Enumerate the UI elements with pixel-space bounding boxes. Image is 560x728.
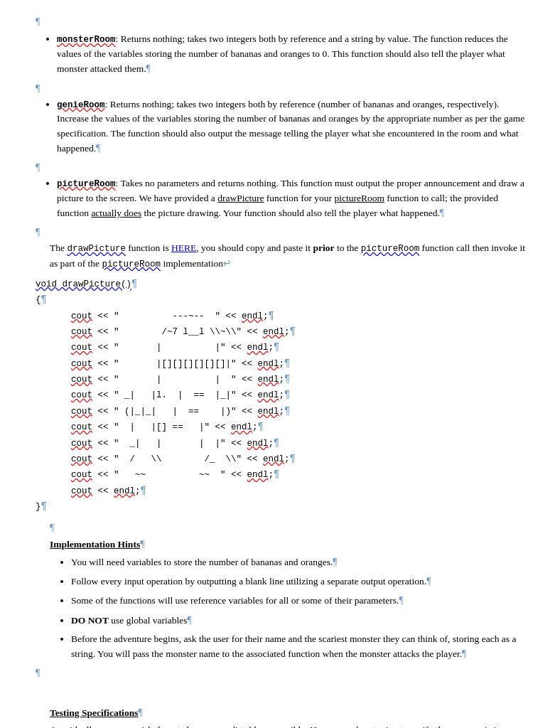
impl-hint-4: DO NOT use global variables¶ xyxy=(71,613,532,628)
pilcrow-2: ¶ xyxy=(36,81,532,96)
actually-does-text: actually does xyxy=(91,208,141,218)
impl-hint-2: Follow every input operation by outputti… xyxy=(71,574,532,589)
list-item-picture-room: pictureRoom: Takes no parameters and ret… xyxy=(57,176,532,220)
section-pilcrow-top: ¶ xyxy=(36,14,532,29)
code-line-6: cout << " _| |l. | == |_|" << endl;¶ xyxy=(36,387,532,402)
list-item-monster-room: monsterRoom: Returns nothing; takes two … xyxy=(57,32,532,76)
pilcrow-8: ¶ xyxy=(36,665,532,680)
do-not-text: DO NOT xyxy=(71,615,109,626)
pilcrow-mark-picture: ¶ xyxy=(440,208,444,218)
code-line-4: cout << " |[][][][][][]|" << endl;¶ xyxy=(36,355,532,371)
draw-picture-desc-para: The drawPicture function is HERE, you sh… xyxy=(50,241,532,272)
testing-specs-title: Testing Specifications xyxy=(50,707,138,718)
impl-hints-title: Implementation Hints xyxy=(50,539,140,550)
pilcrow-6: ¶ xyxy=(50,520,532,535)
code-line-9: cout << " _| | | |" << endl;¶ xyxy=(36,435,532,451)
document-body: ¶ monsterRoom: Returns nothing; takes tw… xyxy=(36,14,532,728)
picture-room-inline-2: pictureRoom xyxy=(102,259,161,269)
code-line-11: cout << " ~~ ~~ " << endl;¶ xyxy=(36,466,532,482)
pilcrow-7: ¶ xyxy=(140,539,144,550)
testing-title-para: Testing Specifications¶ xyxy=(50,705,532,720)
spacer-div xyxy=(36,687,532,702)
genie-room-text: : Returns nothing; takes two integers bo… xyxy=(57,99,524,154)
impl-hints-list: You will need variables to store the num… xyxy=(71,555,532,662)
pilcrow-4: ¶ xyxy=(36,225,532,240)
picture-room-text2: function for your xyxy=(264,193,334,203)
code-line-3: cout << " | |" << endl;¶ xyxy=(36,339,532,355)
code-block-draw-picture: void drawPicture()¶ {¶ cout << " ---~-- … xyxy=(36,276,532,515)
prior-text: prior xyxy=(313,242,335,253)
section-picture-room: pictureRoom: Takes no parameters and ret… xyxy=(36,176,532,220)
code-brace-open: {¶ xyxy=(36,291,532,307)
code-line-10: cout << " / \\ /_ \\" << endl;¶ xyxy=(36,451,532,466)
monster-room-text: : Returns nothing; takes two integers bo… xyxy=(57,33,508,74)
pilcrow-mark-1: ¶ xyxy=(36,16,40,27)
monster-room-label: monsterRoom xyxy=(57,35,116,45)
pilcrow-mark-genie: ¶ xyxy=(96,143,100,154)
section-impl-hints: ¶ Implementation Hints¶ You will need va… xyxy=(50,520,532,662)
code-line-7: cout << " (|_|_| | == |)" << endl;¶ xyxy=(36,403,532,419)
genie-room-label: genieRoom xyxy=(57,100,105,110)
code-brace-close: }¶ xyxy=(36,498,532,514)
code-signature: void drawPicture()¶ xyxy=(36,276,532,291)
code-line-12: cout << endl;¶ xyxy=(36,483,532,498)
picture-room-inline-1: pictureRoom xyxy=(361,244,420,254)
section-monster-room: monsterRoom: Returns nothing; takes two … xyxy=(36,32,532,76)
impl-hint-1: You will need variables to store the num… xyxy=(71,555,532,569)
code-line-5: cout << " | | " << endl;¶ xyxy=(36,371,532,387)
code-line-8: cout << " | |[] == |" << endl;¶ xyxy=(36,419,532,434)
pilcrow-testing: ¶ xyxy=(138,707,142,718)
here-link[interactable]: HERE xyxy=(171,242,196,253)
pilcrow-mark-monster: ¶ xyxy=(146,63,151,74)
section-draw-picture-desc: The drawPicture function is HERE, you sh… xyxy=(50,241,532,272)
impl-hints-title-para: Implementation Hints¶ xyxy=(50,537,532,552)
impl-hint-3: Some of the functions will use reference… xyxy=(71,593,532,608)
impl-hint-5: Before the adventure begins, ask the use… xyxy=(71,632,532,662)
picture-room-ref-2: pictureRoom xyxy=(334,193,384,203)
list-item-genie-room: genieRoom: Returns nothing; takes two in… xyxy=(57,97,532,156)
draw-picture-ref-1: drawPicture xyxy=(217,193,264,203)
picture-room-label: pictureRoom xyxy=(57,179,116,189)
testing-specs-body: As with all games we wish them to be as … xyxy=(50,723,532,728)
code-line-2: cout << " /~7 l__l \\~\\" << endl;¶ xyxy=(36,323,532,339)
section-genie-room: genieRoom: Returns nothing; takes two in… xyxy=(36,97,532,156)
code-line-1: cout << " ---~-- " << endl;¶ xyxy=(36,308,532,323)
pilcrow-3: ¶ xyxy=(36,160,532,175)
section-testing-specs: Testing Specifications¶ As with all game… xyxy=(50,705,532,728)
picture-room-text4: the picture drawing. Your function shoul… xyxy=(141,208,440,218)
draw-picture-inline: drawPicture xyxy=(67,244,126,254)
pilcrow-5: ↵ xyxy=(223,258,232,269)
